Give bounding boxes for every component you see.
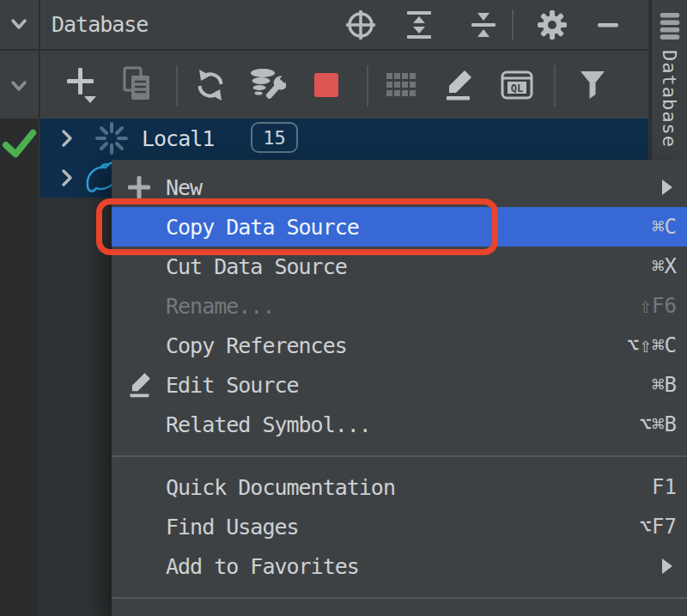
left-rail-gutter [0,119,39,616]
duplicate-icon[interactable] [120,64,155,104]
menu-item-rename[interactable]: Rename... ⇧F6 [112,286,687,326]
hide-icon[interactable] [594,11,622,39]
menu-shortcut: ⌘X [652,254,677,278]
menu-shortcut: ⌥F7 [640,515,677,539]
menu-separator [112,597,687,599]
chevron-right-icon[interactable] [55,126,79,150]
menu-shortcut: ⌥⇧⌘C [627,333,677,357]
menu-item-label: Cut Data Source [166,254,347,279]
modify-data-source-icon[interactable] [246,66,286,104]
menu-separator [112,455,687,457]
menu-item-label: Rename... [166,294,274,319]
filter-icon[interactable] [577,68,608,102]
menu-item-label: Find Usages [166,515,299,540]
chevron-right-icon[interactable] [55,166,79,190]
icon-slot [125,331,154,360]
menu-item-add-to-favorites[interactable]: Add to Favorites [112,546,687,586]
edit-source-icon[interactable] [440,68,476,102]
menu-item-label: Quick Documentation [166,475,395,500]
icon-slot [125,252,154,281]
icon-slot [125,512,154,541]
tree-row-label: Local1 [142,126,214,151]
svg-text:QL: QL [511,82,523,95]
menu-shortcut: ⌥⌘B [640,412,677,436]
submenu-arrow-icon [660,178,675,197]
collapse-all-icon[interactable] [467,9,500,41]
divider [512,9,514,40]
tree-row-local1[interactable]: Local1 15 [40,119,648,158]
table-data-icon[interactable] [384,70,418,100]
plus-icon [125,173,154,202]
icon-slot [125,212,154,241]
menu-item-label: Add to Favorites [166,554,359,579]
toolbar: QL [40,51,648,119]
context-menu-list: New Copy Data Source ⌘C Cut Data Source … [112,168,687,599]
loading-spinner-icon [94,121,129,156]
tab-label: Database [659,50,680,148]
menu-item-copy-references[interactable]: Copy References ⌥⇧⌘C [112,326,687,365]
icon-slot [125,291,154,320]
menu-item-copy-data-source[interactable]: Copy Data Source ⌘C [112,207,687,247]
add-data-source-icon[interactable] [64,64,100,104]
menu-item-label: Related Symbol... [166,412,371,437]
page-title: Database [52,12,148,37]
menu-item-quick-documentation[interactable]: Quick Documentation F1 [112,467,687,507]
submenu-arrow-icon [660,557,675,576]
context-menu: New Copy Data Source ⌘C Cut Data Source … [112,160,687,616]
menu-item-label: Edit Source [166,373,299,398]
menu-shortcut: ⌘B [652,373,677,397]
icon-slot [125,552,154,581]
menu-shortcut: F1 [652,475,677,499]
database-stack-icon [656,10,684,41]
chevron-down-icon[interactable] [7,74,31,98]
menu-item-related-symbol[interactable]: Related Symbol... ⌥⌘B [112,405,687,444]
divider [176,65,178,107]
menu-item-label: Copy Data Source [166,215,359,240]
count-badge: 15 [251,122,298,153]
tool-window-header: Database [40,0,648,49]
chevron-down-icon[interactable] [7,12,31,36]
menu-shortcut: ⌘C [652,215,677,239]
gear-icon[interactable] [535,8,569,42]
icon-slot [125,410,154,439]
menu-item-find-usages[interactable]: Find Usages ⌥F7 [112,507,687,546]
menu-item-label: New [166,175,202,200]
pencil-icon [125,370,154,399]
divider [367,65,368,107]
menu-item-edit-source[interactable]: Edit Source ⌘B [112,365,687,405]
menu-item-cut-data-source[interactable]: Cut Data Source ⌘X [112,247,687,286]
stop-icon[interactable] [312,70,341,100]
expand-all-icon[interactable] [403,9,435,41]
divider [554,65,556,107]
menu-item-new[interactable]: New [112,168,687,207]
menu-shortcut: ⇧F6 [640,294,677,318]
icon-slot [125,473,154,502]
database-tool-window: Database QL Local1 15 [0,0,687,616]
locate-icon[interactable] [344,8,378,42]
query-console-icon[interactable]: QL [500,70,534,101]
refresh-icon[interactable] [192,66,229,104]
success-check-icon [2,125,38,162]
menu-item-label: Copy References [166,333,347,358]
